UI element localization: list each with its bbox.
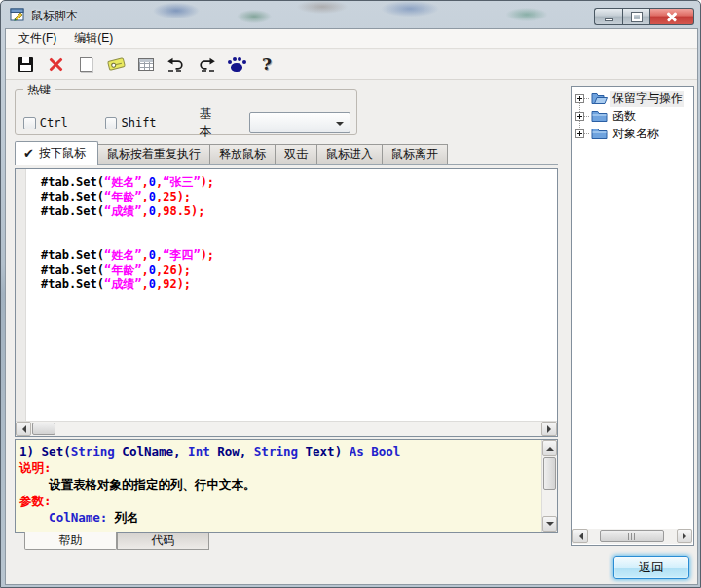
scroll-thumb[interactable] xyxy=(600,530,664,542)
close-button[interactable] xyxy=(650,8,694,25)
code-segment: “年龄” xyxy=(104,190,141,203)
return-button[interactable]: 返回 xyxy=(613,556,689,579)
expand-icon[interactable] xyxy=(575,112,584,121)
save-button[interactable] xyxy=(14,53,37,76)
code-segment: “姓名” xyxy=(104,175,141,189)
help-button[interactable]: ? xyxy=(255,53,278,76)
maximize-button[interactable] xyxy=(622,8,650,25)
code-segment: ); xyxy=(201,248,214,262)
code-segment: ); xyxy=(177,263,191,276)
tab-label: 双击 xyxy=(284,146,308,163)
table-button[interactable] xyxy=(134,53,158,76)
paw-icon xyxy=(227,57,246,72)
help-icon: ? xyxy=(262,56,272,73)
folder-icon xyxy=(591,127,608,140)
arrow-down-icon xyxy=(546,522,554,530)
tree-dash xyxy=(584,98,589,99)
code-segment: ); xyxy=(201,175,214,189)
tree-item-1[interactable]: 函数 xyxy=(572,107,693,125)
help-segment: String xyxy=(71,444,115,459)
code-segment: 92 xyxy=(163,277,176,291)
code-segment: 0 xyxy=(149,277,156,291)
tree-dash xyxy=(584,116,589,117)
toolbar: ? xyxy=(6,50,697,80)
event-tabstrip: ✔按下鼠标鼠标按着重复执行释放鼠标双击鼠标进入鼠标离开 xyxy=(15,141,558,165)
tab-5[interactable]: 鼠标离开 xyxy=(383,144,448,164)
basic-label: 基本 xyxy=(200,105,224,140)
menu-item-0[interactable]: 文件(F) xyxy=(10,28,65,49)
code-segment: 0 xyxy=(149,204,156,218)
code-segment: #tab.Set( xyxy=(41,175,104,189)
tab-1[interactable]: 鼠标按着重复执行 xyxy=(98,144,210,164)
paw-button[interactable] xyxy=(225,53,248,76)
scroll-up-button[interactable] xyxy=(542,440,557,456)
bottom-tab-1[interactable]: 代码 xyxy=(117,533,209,550)
expand-icon[interactable] xyxy=(575,94,584,103)
help-segment: Text) xyxy=(298,444,350,459)
redo-button[interactable] xyxy=(195,53,218,76)
code-segment: “成绩” xyxy=(104,277,141,291)
minimize-button[interactable] xyxy=(594,8,622,25)
shift-checkbox[interactable] xyxy=(105,117,118,129)
delete-button[interactable] xyxy=(44,53,67,76)
tab-2[interactable]: 释放鼠标 xyxy=(210,144,276,164)
scroll-thumb[interactable] xyxy=(543,457,556,490)
hotkey-groupbox: 热键 Ctrl Shift 基本 xyxy=(15,89,357,135)
code-text-area[interactable]: #tab.Set(“姓名”,0,“张三”);#tab.Set(“年龄”,0,25… xyxy=(27,169,557,421)
code-line: #tab.Set(“姓名”,0,“张三”); xyxy=(41,175,557,190)
menu-item-1[interactable]: 编辑(E) xyxy=(65,28,122,49)
tab-3[interactable]: 双击 xyxy=(276,144,317,164)
expand-icon[interactable] xyxy=(575,129,584,138)
tab-0[interactable]: ✔按下鼠标 xyxy=(15,141,98,165)
scroll-right-button[interactable] xyxy=(541,422,557,436)
titlebar[interactable]: 鼠标脚本 xyxy=(1,1,700,28)
bottom-tab-0[interactable]: 帮助 xyxy=(24,532,117,550)
tab-4[interactable]: 鼠标进入 xyxy=(317,144,383,164)
menu-bar: 文件(F)编辑(E) xyxy=(6,29,697,49)
editor-gutter xyxy=(16,169,26,421)
help-segment: 设置表格对象的指定的列、行中文本。 xyxy=(19,477,256,492)
help-code-tabstrip: 帮助代码 xyxy=(24,533,209,550)
tree-item-0[interactable]: 保留字与操作 xyxy=(572,90,693,107)
scroll-right-button[interactable] xyxy=(677,529,692,543)
undo-button[interactable] xyxy=(165,53,188,76)
tree-item-2[interactable]: 对象名称 xyxy=(572,125,693,142)
scroll-left-button[interactable] xyxy=(572,529,588,543)
tree-item-label: 函数 xyxy=(610,108,638,125)
help-text: 1) Set(String ColName, Int Row, String T… xyxy=(16,440,540,532)
code-line: #tab.Set(“年龄”,0,26); xyxy=(41,263,557,277)
help-segment: 说明: xyxy=(19,460,52,475)
editor-hscrollbar[interactable] xyxy=(16,421,557,436)
code-segment: ); xyxy=(191,204,204,218)
code-line xyxy=(41,234,557,248)
help-segment xyxy=(19,510,49,525)
window-controls xyxy=(594,8,694,25)
code-segment: , xyxy=(141,204,148,218)
help-vscrollbar[interactable] xyxy=(541,440,557,532)
scroll-down-button[interactable] xyxy=(542,516,557,532)
arrow-up-icon xyxy=(546,443,554,451)
code-segment: 0 xyxy=(149,190,156,203)
code-segment: “李四” xyxy=(163,248,200,262)
code-segment: , xyxy=(141,277,148,291)
help-segment: ColName, xyxy=(115,444,188,459)
scroll-left-button[interactable] xyxy=(16,422,31,436)
ctrl-checkbox[interactable] xyxy=(23,117,36,129)
tag-button[interactable] xyxy=(104,53,128,76)
help-line: 参数: xyxy=(19,493,540,509)
help-segment: 1) Set( xyxy=(19,444,71,459)
reference-tree-panel: 保留字与操作函数对象名称 xyxy=(571,86,694,546)
hotkey-legend: 热键 xyxy=(23,82,55,98)
help-segment: String xyxy=(254,444,298,459)
new-button[interactable] xyxy=(74,53,97,76)
tab-label: 鼠标离开 xyxy=(391,146,438,163)
code-line: #tab.Set(“成绩”,0,92); xyxy=(41,277,557,292)
code-segment: #tab.Set( xyxy=(41,263,104,276)
tree-hscrollbar[interactable] xyxy=(572,529,692,544)
code-segment: #tab.Set( xyxy=(41,277,104,291)
tab-label: 鼠标进入 xyxy=(326,146,373,163)
hotkey-combobox[interactable] xyxy=(249,112,350,133)
code-segment: “年龄” xyxy=(104,263,141,276)
code-segment: ); xyxy=(177,190,191,203)
scroll-thumb[interactable] xyxy=(32,423,55,435)
